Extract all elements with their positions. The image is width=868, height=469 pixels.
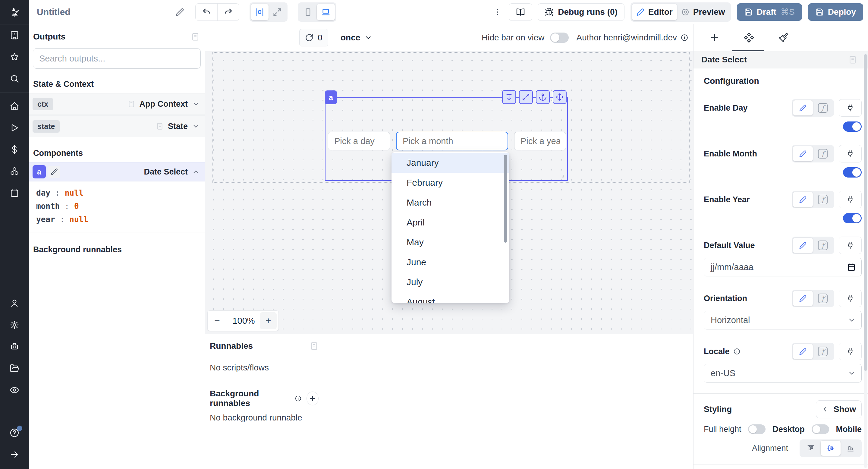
outputs-search[interactable] bbox=[33, 48, 201, 69]
user-icon[interactable] bbox=[8, 296, 21, 310]
desktop-toggle[interactable] bbox=[812, 425, 829, 434]
redo-button[interactable] bbox=[217, 4, 239, 21]
connect-plug-icon[interactable] bbox=[839, 191, 862, 208]
day-input[interactable] bbox=[328, 132, 390, 150]
year-input[interactable] bbox=[514, 132, 566, 150]
search-icon[interactable] bbox=[8, 72, 21, 85]
info-icon[interactable] bbox=[733, 348, 741, 355]
zoom-out-button[interactable]: − bbox=[214, 315, 227, 326]
full-width-layout-button[interactable] bbox=[269, 4, 286, 20]
app-canvas[interactable]: a bbox=[205, 51, 693, 334]
building-icon[interactable] bbox=[8, 29, 21, 42]
month-option[interactable]: August bbox=[392, 292, 509, 303]
month-input[interactable] bbox=[396, 132, 508, 150]
calendar-icon[interactable] bbox=[8, 186, 21, 199]
home-icon[interactable] bbox=[8, 99, 21, 113]
static-value-pencil-icon[interactable] bbox=[793, 291, 813, 306]
star-icon[interactable] bbox=[8, 50, 21, 64]
outputs-doc-icon[interactable] bbox=[191, 32, 200, 41]
editor-tab[interactable]: Editor bbox=[632, 4, 677, 20]
insert-component-tab-plus-icon[interactable] bbox=[709, 32, 720, 43]
month-option[interactable]: July bbox=[392, 272, 509, 292]
docs-button[interactable] bbox=[509, 3, 532, 21]
move-icon[interactable] bbox=[553, 90, 567, 104]
hide-bar-toggle[interactable] bbox=[550, 33, 569, 43]
connect-plug-icon[interactable] bbox=[839, 145, 862, 162]
dollar-icon[interactable] bbox=[8, 143, 21, 156]
connect-plug-icon[interactable] bbox=[839, 99, 862, 117]
output-prop-line[interactable]: year:null bbox=[36, 213, 205, 226]
centered-layout-button[interactable] bbox=[251, 4, 269, 20]
connect-plug-icon[interactable] bbox=[839, 237, 862, 254]
orientation-select[interactable]: Horizontal bbox=[704, 311, 862, 330]
fx-expression-icon[interactable]: ƒ bbox=[813, 291, 833, 306]
more-options-menu[interactable] bbox=[491, 8, 503, 16]
static-value-pencil-icon[interactable] bbox=[793, 344, 813, 359]
boxes-icon[interactable] bbox=[8, 164, 21, 178]
connect-plug-icon[interactable] bbox=[839, 290, 862, 307]
expand-icon[interactable] bbox=[519, 90, 533, 104]
component-row-a[interactable]: a Date Select bbox=[29, 162, 205, 182]
chevron-up-icon[interactable] bbox=[192, 168, 200, 176]
output-row[interactable]: ctx App Context bbox=[29, 93, 205, 115]
styling-tab-brush-icon[interactable] bbox=[778, 32, 789, 43]
play-icon[interactable] bbox=[8, 121, 21, 134]
resize-handle-icon[interactable] bbox=[559, 173, 565, 178]
add-background-runnable-button[interactable] bbox=[307, 392, 318, 405]
deploy-button[interactable]: Deploy bbox=[808, 3, 863, 21]
output-prop-line[interactable]: month:0 bbox=[36, 199, 205, 213]
default-value-date-input[interactable]: jj/mm/aaaa bbox=[704, 258, 862, 276]
dropdown-scrollbar[interactable] bbox=[504, 155, 507, 243]
fx-expression-icon[interactable]: ƒ bbox=[813, 100, 833, 116]
collapse-arrow-icon[interactable] bbox=[8, 448, 21, 461]
info-icon[interactable] bbox=[295, 395, 302, 402]
settings-doc-icon[interactable] bbox=[848, 55, 857, 64]
refresh-count-button[interactable]: 0 bbox=[299, 29, 328, 46]
draft-button[interactable]: Draft ⌘S bbox=[737, 3, 802, 21]
settings-scrollbar-track[interactable] bbox=[864, 53, 867, 468]
refresh-mode-select[interactable]: once bbox=[341, 29, 372, 46]
month-option[interactable]: January bbox=[392, 153, 509, 173]
windmill-logo[interactable] bbox=[0, 0, 29, 24]
folder-open-icon[interactable] bbox=[8, 362, 21, 375]
month-option[interactable]: May bbox=[392, 232, 509, 252]
info-icon[interactable] bbox=[681, 34, 688, 41]
fx-expression-icon[interactable]: ƒ bbox=[813, 192, 833, 207]
gear-icon[interactable] bbox=[8, 318, 21, 332]
calendar-picker-icon[interactable] bbox=[847, 262, 856, 272]
connect-plug-icon[interactable] bbox=[839, 343, 862, 360]
align-top-icon[interactable] bbox=[801, 441, 821, 456]
enable-toggle[interactable] bbox=[843, 167, 862, 178]
enable-toggle[interactable] bbox=[843, 122, 862, 132]
undo-button[interactable] bbox=[195, 4, 217, 21]
mobile-view-button[interactable] bbox=[299, 4, 317, 20]
settings-scrollbar-thumb[interactable] bbox=[864, 54, 867, 371]
anchor-icon[interactable] bbox=[536, 90, 550, 104]
zoom-in-button[interactable]: + bbox=[260, 312, 277, 329]
fx-expression-icon[interactable]: ƒ bbox=[813, 344, 833, 359]
outputs-search-input[interactable] bbox=[39, 54, 194, 64]
month-option[interactable]: February bbox=[392, 173, 509, 193]
static-value-pencil-icon[interactable] bbox=[793, 100, 813, 116]
rename-pencil-icon[interactable] bbox=[176, 7, 184, 17]
locale-select[interactable]: en-US bbox=[704, 364, 862, 382]
full-height-toggle[interactable] bbox=[748, 425, 766, 434]
desktop-view-button[interactable] bbox=[317, 4, 335, 20]
robot-icon[interactable] bbox=[8, 340, 21, 353]
fx-expression-icon[interactable]: ƒ bbox=[813, 238, 833, 253]
enable-toggle[interactable] bbox=[843, 213, 862, 223]
runnables-doc-icon[interactable] bbox=[310, 342, 318, 350]
month-option[interactable]: March bbox=[392, 193, 509, 213]
chevron-down-icon[interactable] bbox=[192, 100, 200, 108]
static-value-pencil-icon[interactable] bbox=[793, 146, 813, 161]
output-row[interactable]: state State bbox=[29, 116, 205, 137]
component-edit-pencil-icon[interactable] bbox=[48, 166, 60, 178]
component-settings-tab-icon[interactable] bbox=[744, 32, 754, 43]
fx-expression-icon[interactable]: ƒ bbox=[813, 146, 833, 161]
output-prop-line[interactable]: day:null bbox=[36, 186, 205, 199]
debug-runs-button[interactable]: Debug runs (0) bbox=[538, 3, 624, 21]
eye-icon[interactable] bbox=[8, 383, 21, 397]
expand-down-icon[interactable] bbox=[502, 90, 516, 104]
month-option[interactable]: April bbox=[392, 213, 509, 232]
align-center-icon[interactable] bbox=[821, 441, 841, 456]
